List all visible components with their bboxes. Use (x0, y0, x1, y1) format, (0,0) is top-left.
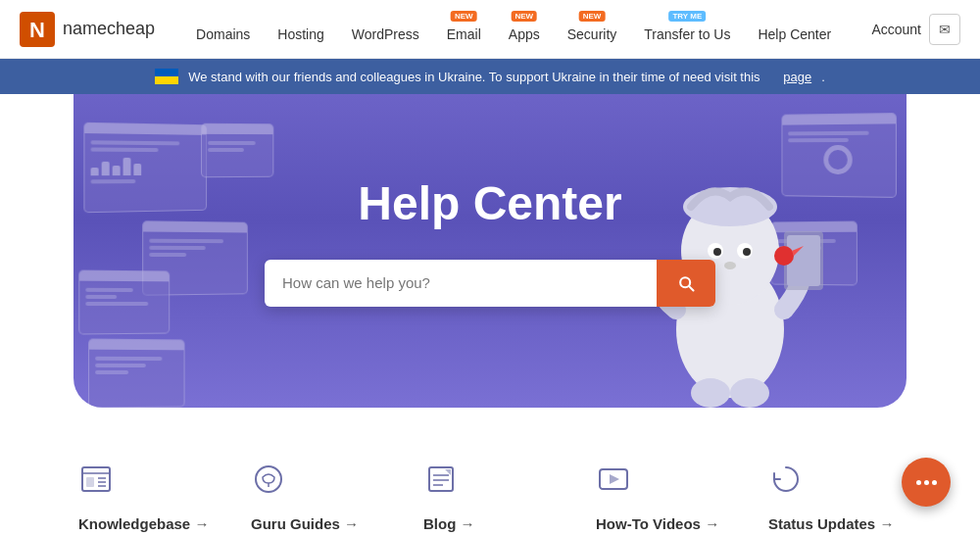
blog-title[interactable]: Blog → (423, 515, 557, 532)
guru-guides-icon (251, 462, 384, 504)
flag-blue (155, 69, 178, 76)
dot-2 (924, 480, 929, 485)
hero-section: Help Center (74, 94, 906, 408)
nav-item-help[interactable]: Help Center (746, 9, 843, 50)
logo-text: namecheap (63, 19, 155, 39)
email-badge: NEW (451, 11, 477, 22)
nav-right: Account ✉ (871, 14, 960, 45)
mail-icon[interactable]: ✉ (929, 14, 960, 45)
blog-icon (423, 462, 557, 504)
chat-bubble-dots (916, 480, 937, 485)
status-updates-icon (768, 462, 902, 504)
svg-point-13 (691, 378, 730, 408)
search-bar (265, 260, 715, 307)
security-badge: NEW (579, 11, 606, 22)
header: N namecheap Domains Hosting WordPress NE… (0, 0, 980, 59)
dot-3 (932, 480, 937, 485)
svg-text:N: N (29, 18, 45, 42)
how-to-videos-icon (596, 462, 729, 504)
nav-item-apps[interactable]: NEW Apps (497, 9, 552, 50)
cards-section: Knowledgebase → Let us walk you through … (0, 408, 980, 536)
banner-link[interactable]: page (783, 70, 811, 84)
logo[interactable]: N namecheap (20, 12, 155, 47)
apps-badge: NEW (511, 11, 537, 22)
card-how-to-videos: How-To Videos → Make it easy with our gr… (576, 447, 749, 536)
hero-content: Help Center (245, 137, 735, 365)
svg-point-14 (730, 378, 769, 408)
nav-item-wordpress[interactable]: WordPress (340, 9, 431, 50)
nav-item-security[interactable]: NEW Security (556, 9, 629, 50)
svg-point-21 (256, 466, 281, 492)
card-status-updates: Status Updates → Check the current statu… (749, 447, 921, 536)
ukraine-flag (155, 69, 178, 84)
logo-icon: N (20, 12, 55, 47)
card-blog: Blog → Read top articles from our reside… (404, 447, 576, 536)
hero-title: Help Center (265, 176, 715, 230)
how-to-videos-title[interactable]: How-To Videos → (596, 515, 729, 532)
account-nav[interactable]: Account (871, 22, 921, 37)
banner-text: We stand with our friends and colleagues… (188, 70, 760, 84)
svg-point-8 (743, 248, 751, 256)
nav-item-hosting[interactable]: Hosting (266, 9, 335, 50)
nav-item-domains[interactable]: Domains (184, 9, 262, 50)
guru-guides-title[interactable]: Guru Guides → (251, 515, 384, 532)
svg-marker-28 (610, 474, 619, 484)
chat-bubble[interactable] (902, 458, 951, 507)
flag-yellow (155, 76, 178, 84)
svg-rect-17 (86, 477, 94, 487)
nav-item-transfer[interactable]: TRY ME Transfer to Us (632, 9, 742, 50)
knowledgebase-icon (78, 462, 212, 504)
main-nav: Domains Hosting WordPress NEW Email NEW … (184, 9, 871, 50)
card-knowledgebase: Knowledgebase → Let us walk you through … (59, 447, 231, 536)
search-button[interactable] (657, 260, 715, 307)
transfer-badge: TRY ME (668, 11, 706, 22)
knowledgebase-title[interactable]: Knowledgebase → (78, 515, 212, 532)
svg-point-12 (774, 246, 794, 266)
ukraine-banner: We stand with our friends and colleagues… (0, 59, 980, 94)
search-icon (676, 273, 696, 293)
nav-item-email[interactable]: NEW Email (435, 9, 493, 50)
search-input[interactable] (265, 260, 657, 307)
card-guru-guides: Guru Guides → Get deeper-level expertise… (231, 447, 404, 536)
dot-1 (916, 480, 921, 485)
status-updates-title[interactable]: Status Updates → (768, 515, 902, 532)
